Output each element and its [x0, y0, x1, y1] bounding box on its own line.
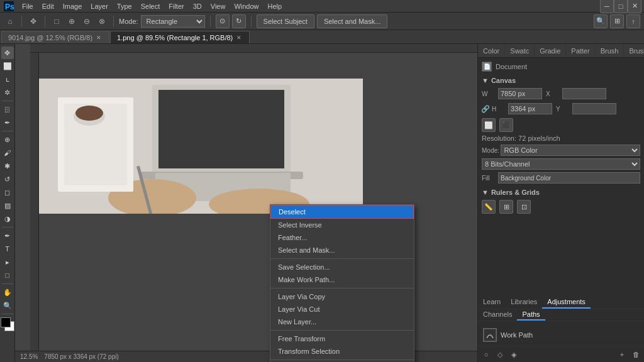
bits-select[interactable]: 8 Bits/Channel 16 Bits/Channel 32 Bits/C…: [482, 158, 640, 170]
landscape-icon[interactable]: ⬛: [499, 118, 513, 132]
ruler-icon-1[interactable]: 📏: [482, 200, 496, 214]
share-icon[interactable]: ↑: [626, 14, 640, 28]
tool-magic-wand[interactable]: ✲: [1, 86, 14, 99]
tab-2[interactable]: 1.png @ 89.5% (Rectangle 1, RGB/8) ✕: [110, 31, 250, 43]
panel-delete-btn[interactable]: 🗑: [630, 349, 641, 360]
ruler-icon-2[interactable]: ⊞: [499, 200, 513, 214]
tool-rectangle[interactable]: □: [1, 269, 14, 282]
tab-pattern[interactable]: Patter: [566, 44, 595, 57]
close-button[interactable]: ✕: [628, 0, 641, 13]
sub-sel-icon[interactable]: ⊖: [80, 15, 93, 28]
panel-content: 📄 Document ▼ Canvas W X 🔗: [478, 58, 644, 296]
tool-move[interactable]: ✥: [1, 47, 14, 59]
antialiased-icon[interactable]: ↻: [232, 14, 246, 28]
search-icon[interactable]: 🔍: [594, 14, 608, 28]
tool-lasso[interactable]: ʟ: [1, 73, 14, 85]
tool-colors[interactable]: [1, 317, 14, 331]
panel-stroke-btn[interactable]: ◇: [494, 349, 506, 360]
menu-file[interactable]: File: [18, 1, 38, 11]
minimize-button[interactable]: ─: [600, 0, 614, 13]
ruler-icon-3[interactable]: ⊡: [517, 200, 531, 214]
tab-adjustments[interactable]: Adjustments: [542, 296, 591, 309]
canvas-height-row: H Y: [492, 103, 640, 114]
tool-marquee[interactable]: ⬜: [1, 60, 14, 72]
tab-2-label: 1.png @ 89.5% (Rectangle 1, RGB/8): [117, 34, 233, 41]
add-sel-icon[interactable]: ⊕: [65, 15, 78, 28]
foreground-color[interactable]: [1, 317, 11, 327]
ctx-select-inverse[interactable]: Select Inverse: [270, 219, 414, 231]
tool-crop[interactable]: ⌹: [1, 103, 14, 116]
select-mask-button[interactable]: Select and Mask...: [317, 14, 388, 28]
tool-gradient[interactable]: ▨: [1, 199, 14, 212]
tool-pen[interactable]: ✒: [1, 229, 14, 242]
panel-load-btn[interactable]: ○: [480, 349, 492, 360]
tool-path-selection[interactable]: ▸: [1, 256, 14, 268]
menu-type[interactable]: Type: [113, 1, 136, 11]
ctx-transform-selection[interactable]: Transform Selection: [270, 345, 414, 358]
portrait-icon[interactable]: ⬜: [482, 118, 496, 132]
work-path-item[interactable]: Work Path: [480, 326, 641, 344]
ctx-free-transform[interactable]: Free Transform: [270, 332, 414, 345]
x-label: X: [546, 90, 558, 97]
tab-2-close[interactable]: ✕: [235, 34, 243, 41]
panel-add-btn[interactable]: +: [616, 349, 628, 360]
canvas-width-input[interactable]: [498, 88, 542, 99]
tab-paths[interactable]: Paths: [517, 309, 545, 321]
menu-3d[interactable]: 3D: [189, 1, 206, 11]
menu-layer[interactable]: Layer: [86, 1, 113, 11]
tab-color[interactable]: Color: [478, 44, 505, 57]
move-tool-icon[interactable]: ✥: [27, 15, 40, 28]
tool-spot-heal[interactable]: ⊕: [1, 133, 14, 146]
vertical-ruler: [30, 53, 39, 351]
arrange-icon[interactable]: ⊞: [610, 14, 624, 28]
menu-image[interactable]: Image: [58, 1, 87, 11]
canvas-y-input[interactable]: [572, 103, 616, 114]
new-sel-icon[interactable]: □: [50, 15, 63, 28]
panel-mask-btn[interactable]: ◈: [508, 349, 519, 360]
tab-brush1[interactable]: Brush: [596, 44, 625, 57]
menu-edit[interactable]: Edit: [38, 1, 58, 11]
ctx-feather[interactable]: Feather...: [270, 231, 414, 244]
ctx-deselect[interactable]: Deselect: [270, 205, 414, 219]
restore-button[interactable]: □: [614, 0, 628, 13]
canvas-x-input[interactable]: [562, 88, 606, 99]
menu-help[interactable]: Help: [264, 1, 287, 11]
tab-brush2[interactable]: Brush: [624, 44, 644, 57]
ctx-layer-via-copy[interactable]: Layer Via Copy: [270, 290, 414, 303]
menu-view[interactable]: View: [206, 1, 230, 11]
tab-learn[interactable]: Learn: [478, 296, 506, 309]
tab-channels[interactable]: Channels: [478, 309, 517, 321]
tool-clone-stamp[interactable]: ✱: [1, 160, 14, 172]
tab-1-close[interactable]: ✕: [95, 34, 103, 41]
tool-brush[interactable]: 🖌: [1, 146, 14, 159]
options-bar: ⌂ ✥ □ ⊕ ⊖ ⊗ Mode: Rectangle Ellipse Sing…: [0, 13, 644, 30]
menu-window[interactable]: Window: [230, 1, 263, 11]
tool-history[interactable]: ↺: [1, 173, 14, 185]
intersect-sel-icon[interactable]: ⊗: [96, 15, 108, 28]
tool-dodge[interactable]: ◑: [1, 212, 14, 225]
canvas-height-input[interactable]: [508, 103, 552, 114]
menu-filter[interactable]: Filter: [164, 1, 188, 11]
tab-libraries[interactable]: Libraries: [506, 296, 542, 309]
tool-type[interactable]: T: [1, 243, 14, 255]
tool-zoom[interactable]: 🔍: [1, 299, 14, 312]
color-mode-select[interactable]: RGB Color CMYK Color Grayscale: [501, 145, 640, 156]
tool-eraser[interactable]: ◻: [1, 186, 14, 199]
rulers-grids-section: ▼ Rulers & Grids 📏 ⊞ ⊡: [482, 189, 640, 214]
ctx-save-selection[interactable]: Save Selection...: [270, 261, 414, 273]
tool-hand[interactable]: ✋: [1, 286, 14, 299]
feather-icon[interactable]: ⊙: [216, 14, 230, 28]
ctx-select-mask[interactable]: Select and Mask...: [270, 244, 414, 256]
tab-gradient[interactable]: Gradie: [535, 44, 566, 57]
tool-eyedropper[interactable]: ✒: [1, 116, 14, 129]
tab-swatches[interactable]: Swatc: [505, 44, 535, 57]
tab-1[interactable]: 9014.jpg @ 12.5% (RGB/8) ✕: [1, 31, 109, 43]
select-subject-button[interactable]: Select Subject: [257, 14, 314, 28]
mode-select[interactable]: Rectangle Ellipse Single Row Single Colu…: [141, 15, 205, 28]
ctx-layer-via-cut[interactable]: Layer Via Cut: [270, 303, 414, 315]
canvas-area[interactable]: Deselect Select Inverse Feather... Selec…: [15, 44, 477, 362]
menu-select[interactable]: Select: [136, 1, 165, 11]
ctx-make-work-path[interactable]: Make Work Path...: [270, 273, 414, 286]
home-icon[interactable]: ⌂: [4, 15, 16, 28]
ctx-new-layer[interactable]: New Layer...: [270, 315, 414, 328]
